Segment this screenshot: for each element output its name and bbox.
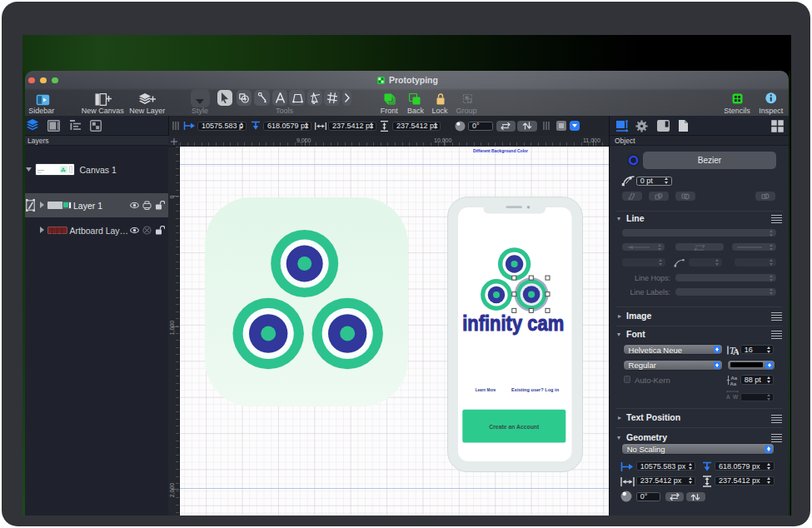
svg-text:Aa: Aa (731, 376, 738, 381)
svg-text:A: A (726, 394, 730, 400)
svg-text:Existing user? Log in: Existing user? Log in (511, 386, 559, 392)
svg-text:W: W (733, 394, 739, 400)
svg-text:Create an Account: Create an Account (489, 423, 540, 431)
svg-text:A: A (733, 346, 739, 356)
svg-text:Learn More: Learn More (476, 386, 496, 392)
svg-text:Aa: Aa (730, 381, 737, 386)
svg-text:infinity cam: infinity cam (462, 311, 564, 335)
